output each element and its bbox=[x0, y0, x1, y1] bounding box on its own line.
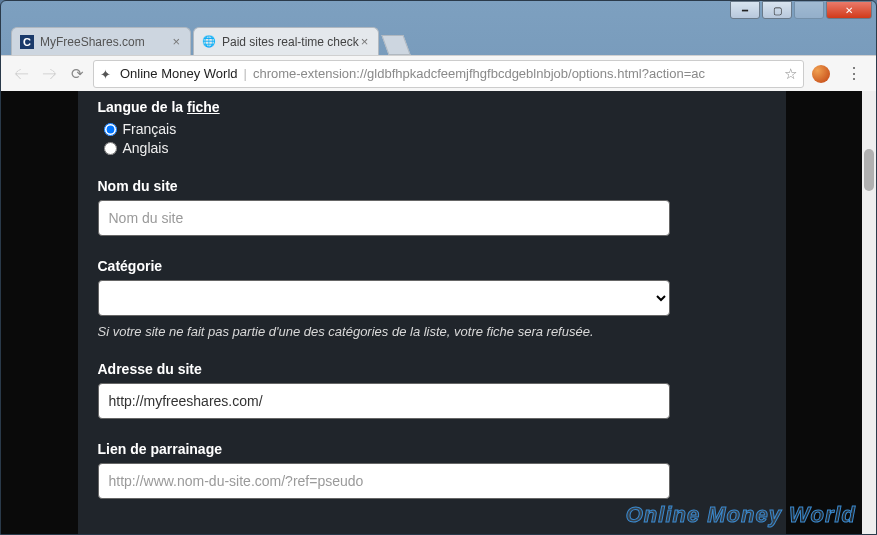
forward-button[interactable]: 🡢 bbox=[37, 62, 61, 86]
address-bar[interactable]: ✦ Online Money World | chrome-extension:… bbox=[93, 60, 804, 88]
field-categorie: Catégorie Si votre site ne fait pas part… bbox=[98, 258, 670, 339]
extension-icon: ✦ bbox=[100, 67, 114, 81]
radio-anglais[interactable]: Anglais bbox=[104, 140, 670, 156]
tab-title: Paid sites real-time check bbox=[222, 35, 359, 49]
spacer-button bbox=[794, 1, 824, 19]
tab-paid-sites[interactable]: 🌐 Paid sites real-time check × bbox=[193, 27, 379, 55]
omnibox-separator: | bbox=[244, 66, 247, 81]
toolbar-right: ⋮ bbox=[812, 64, 868, 83]
browser-window: ━ ▢ ✕ C MyFreeShares.com × 🌐 Paid sites … bbox=[0, 0, 877, 535]
tab-strip: C MyFreeShares.com × 🌐 Paid sites real-t… bbox=[1, 23, 876, 55]
vertical-scrollbar[interactable] bbox=[862, 91, 876, 534]
tab-title: MyFreeShares.com bbox=[40, 35, 170, 49]
form-column: Langue de la fiche Français Anglais Nom … bbox=[72, 91, 792, 534]
omnibox-url: chrome-extension://gldbfhpkadcfeemjfhgfb… bbox=[253, 66, 780, 81]
parrainage-input[interactable] bbox=[98, 463, 670, 499]
adresse-input[interactable] bbox=[98, 383, 670, 419]
radio-input-anglais[interactable] bbox=[104, 142, 117, 155]
field-adresse: Adresse du site bbox=[98, 361, 670, 419]
radio-input-francais[interactable] bbox=[104, 123, 117, 136]
langue-label: Langue de la fiche bbox=[98, 99, 670, 115]
window-titlebar: ━ ▢ ✕ bbox=[1, 1, 876, 23]
tab-close-icon[interactable]: × bbox=[359, 34, 371, 49]
extension-badge-icon[interactable] bbox=[812, 65, 830, 83]
omnibox-title: Online Money World bbox=[120, 66, 238, 81]
browser-toolbar: 🡠 🡢 ⟳ ✦ Online Money World | chrome-exte… bbox=[1, 55, 876, 91]
adresse-label: Adresse du site bbox=[98, 361, 670, 377]
field-parrainage: Lien de parrainage bbox=[98, 441, 670, 499]
tab-myfreeshares[interactable]: C MyFreeShares.com × bbox=[11, 27, 191, 55]
favicon-icon: C bbox=[20, 35, 34, 49]
nom-input[interactable] bbox=[98, 200, 670, 236]
langue-label-underline: fiche bbox=[187, 99, 220, 115]
favicon-icon: 🌐 bbox=[202, 35, 216, 49]
content-wrap: Langue de la fiche Français Anglais Nom … bbox=[1, 91, 862, 534]
maximize-button[interactable]: ▢ bbox=[762, 1, 792, 19]
new-tab-button[interactable] bbox=[382, 35, 411, 55]
langue-label-text: Langue de la bbox=[98, 99, 187, 115]
minimize-button[interactable]: ━ bbox=[730, 1, 760, 19]
radio-label: Français bbox=[123, 121, 177, 137]
parrainage-label: Lien de parrainage bbox=[98, 441, 670, 457]
bookmark-star-icon[interactable]: ☆ bbox=[784, 65, 797, 83]
back-button[interactable]: 🡠 bbox=[9, 62, 33, 86]
watermark: Online Money World bbox=[626, 502, 856, 528]
menu-button[interactable]: ⋮ bbox=[840, 64, 868, 83]
field-nom: Nom du site bbox=[98, 178, 670, 236]
nom-label: Nom du site bbox=[98, 178, 670, 194]
categorie-label: Catégorie bbox=[98, 258, 670, 274]
page-viewport: Langue de la fiche Français Anglais Nom … bbox=[1, 91, 876, 534]
radio-label: Anglais bbox=[123, 140, 169, 156]
categorie-select[interactable] bbox=[98, 280, 670, 316]
scrollbar-thumb[interactable] bbox=[864, 149, 874, 191]
categorie-helper: Si votre site ne fait pas partie d'une d… bbox=[98, 324, 670, 339]
radio-francais[interactable]: Français bbox=[104, 121, 670, 137]
tab-close-icon[interactable]: × bbox=[170, 34, 182, 49]
reload-button[interactable]: ⟳ bbox=[65, 62, 89, 86]
close-button[interactable]: ✕ bbox=[826, 1, 872, 19]
